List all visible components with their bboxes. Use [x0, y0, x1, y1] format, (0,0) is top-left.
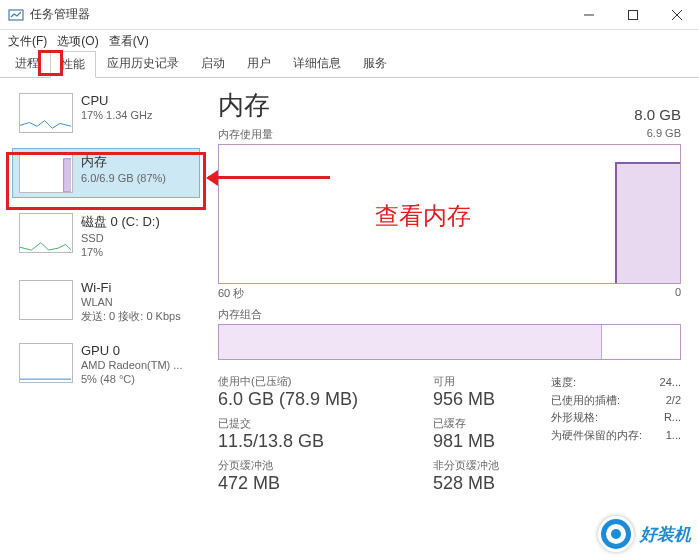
wifi-title: Wi-Fi [81, 280, 193, 295]
page-title: 内存 [218, 88, 270, 123]
menu-view[interactable]: 查看(V) [109, 33, 149, 50]
disk-sub2: 17% [81, 245, 193, 259]
svg-rect-5 [64, 159, 72, 192]
usage-max: 6.9 GB [647, 127, 681, 142]
annotation-text: 查看内存 [375, 200, 471, 232]
main-panel: 内存 8.0 GB 内存使用量 6.9 GB 60 秒 0 内存组合 使用中(已… [200, 78, 699, 560]
titlebar: 任务管理器 [0, 0, 699, 30]
window-controls [567, 0, 699, 30]
memory-composition-graph [218, 324, 681, 360]
tab-app-history[interactable]: 应用历史记录 [96, 50, 190, 77]
memory-total: 8.0 GB [634, 106, 681, 123]
sidebar-item-wifi[interactable]: Wi-Fi WLAN 发送: 0 接收: 0 Kbps [12, 275, 200, 329]
in-use-label: 使用中(已压缩) [218, 374, 433, 389]
wifi-mini-graph [19, 280, 73, 320]
sidebar: CPU 17% 1.34 GHz 内存 6.0/6.9 GB (87%) 磁盘 … [0, 78, 200, 560]
disk-sub1: SSD [81, 231, 193, 245]
comp-label: 内存组合 [218, 307, 262, 322]
available-label: 可用 [433, 374, 551, 389]
wifi-sub2: 发送: 0 接收: 0 Kbps [81, 309, 193, 323]
tab-processes[interactable]: 进程 [4, 50, 50, 77]
watermark: 好装机 [598, 516, 691, 552]
gpu-sub2: 5% (48 °C) [81, 372, 193, 386]
minimize-button[interactable] [567, 0, 611, 30]
gpu-sub1: AMD Radeon(TM) ... [81, 358, 193, 372]
speed-value: 24... [660, 374, 681, 392]
app-icon [8, 7, 24, 23]
nonpaged-label: 非分页缓冲池 [433, 458, 551, 473]
cpu-title: CPU [81, 93, 193, 108]
tab-users[interactable]: 用户 [236, 50, 282, 77]
maximize-button[interactable] [611, 0, 655, 30]
form-value: R... [664, 409, 681, 427]
gpu-title: GPU 0 [81, 343, 193, 358]
paged-value: 472 MB [218, 473, 433, 494]
menu-file[interactable]: 文件(F) [8, 33, 47, 50]
axis-right: 0 [675, 286, 681, 301]
cached-value: 981 MB [433, 431, 551, 452]
memory-mini-graph [19, 153, 73, 193]
speed-label: 速度: [551, 374, 576, 392]
paged-label: 分页缓冲池 [218, 458, 433, 473]
wifi-sub1: WLAN [81, 295, 193, 309]
available-value: 956 MB [433, 389, 551, 410]
reserved-label: 为硬件保留的内存: [551, 427, 642, 445]
slots-value: 2/2 [666, 392, 681, 410]
stats-grid: 使用中(已压缩) 6.0 GB (78.9 MB) 已提交 11.5/13.8 … [218, 374, 681, 500]
gpu-mini-graph [19, 343, 73, 383]
close-button[interactable] [655, 0, 699, 30]
sidebar-item-cpu[interactable]: CPU 17% 1.34 GHz [12, 88, 200, 138]
committed-value: 11.5/13.8 GB [218, 431, 433, 452]
cached-label: 已缓存 [433, 416, 551, 431]
memory-sub: 6.0/6.9 GB (87%) [81, 171, 193, 185]
usage-label: 内存使用量 [218, 127, 273, 142]
watermark-text: 好装机 [640, 523, 691, 546]
sidebar-item-disk[interactable]: 磁盘 0 (C: D:) SSD 17% [12, 208, 200, 265]
watermark-icon [598, 516, 634, 552]
menubar: 文件(F) 选项(O) 查看(V) [0, 30, 699, 52]
sidebar-item-memory[interactable]: 内存 6.0/6.9 GB (87%) [12, 148, 200, 198]
nonpaged-value: 528 MB [433, 473, 551, 494]
tabbar: 进程 性能 应用历史记录 启动 用户 详细信息 服务 [0, 52, 699, 78]
committed-label: 已提交 [218, 416, 433, 431]
sidebar-item-gpu[interactable]: GPU 0 AMD Radeon(TM) ... 5% (48 °C) [12, 338, 200, 392]
cpu-mini-graph [19, 93, 73, 133]
svg-rect-2 [629, 10, 638, 19]
tab-services[interactable]: 服务 [352, 50, 398, 77]
menu-options[interactable]: 选项(O) [57, 33, 98, 50]
tab-performance[interactable]: 性能 [50, 51, 96, 78]
cpu-sub: 17% 1.34 GHz [81, 108, 193, 122]
in-use-value: 6.0 GB (78.9 MB) [218, 389, 433, 410]
disk-mini-graph [19, 213, 73, 253]
disk-title: 磁盘 0 (C: D:) [81, 213, 193, 231]
window-title: 任务管理器 [30, 6, 567, 23]
annotation-arrow [208, 176, 330, 179]
tab-startup[interactable]: 启动 [190, 50, 236, 77]
reserved-value: 1... [666, 427, 681, 445]
tab-details[interactable]: 详细信息 [282, 50, 352, 77]
memory-title: 内存 [81, 153, 193, 171]
content: CPU 17% 1.34 GHz 内存 6.0/6.9 GB (87%) 磁盘 … [0, 78, 699, 560]
axis-left: 60 秒 [218, 286, 244, 301]
form-label: 外形规格: [551, 409, 598, 427]
slots-label: 已使用的插槽: [551, 392, 620, 410]
